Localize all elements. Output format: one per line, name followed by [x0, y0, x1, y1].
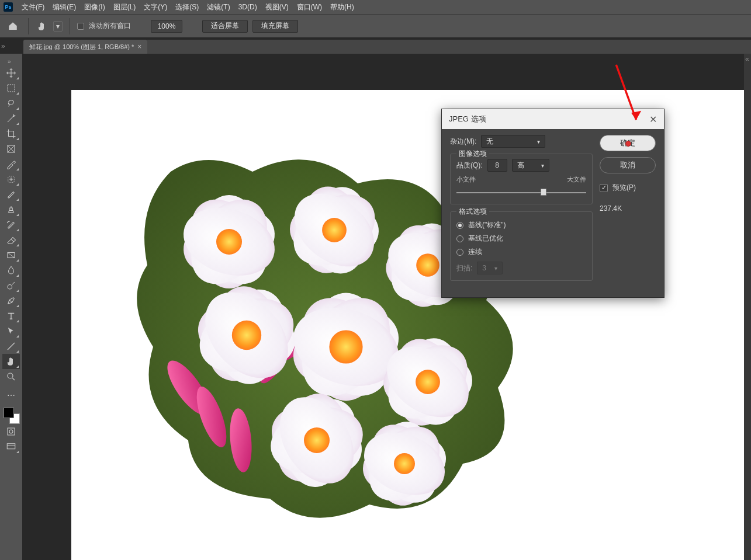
radio-label: 连续 [468, 247, 482, 257]
menu-3d[interactable]: 3D(D) [234, 0, 261, 14]
crop-tool[interactable] [2, 126, 20, 141]
document-tab[interactable]: 鲜花.jpg @ 100% (图层 1, RGB/8#) * × [23, 40, 147, 54]
menu-filter[interactable]: 滤镜(T) [203, 0, 234, 14]
svg-point-49 [416, 370, 440, 394]
gradient-tool[interactable] [2, 248, 20, 263]
svg-point-61 [394, 453, 415, 474]
svg-point-5 [8, 373, 13, 378]
dialog-titlebar[interactable]: JPEG 选项 ✕ [442, 109, 664, 129]
format-options-group: 格式选项 基线("标准") 基线已优化 连续 扫描: 3 [450, 211, 593, 281]
tool-preset-dropdown[interactable]: ▾ [53, 21, 63, 32]
chevron-down-icon: ▾ [494, 265, 497, 272]
blur-tool[interactable] [2, 263, 20, 278]
quick-mask-icon[interactable] [2, 424, 20, 439]
menu-window[interactable]: 窗口(W) [293, 0, 326, 14]
chevron-down-icon: ▾ [541, 162, 544, 169]
zoom-input[interactable]: 100% [151, 20, 182, 33]
image-options-group: 图像选项 品质(Q): 8 高 ▾ 小文件 大文件 [450, 154, 593, 204]
radio-icon [456, 222, 463, 229]
menu-image[interactable]: 图像(I) [80, 0, 109, 14]
close-icon[interactable]: ✕ [649, 114, 657, 125]
line-tool[interactable] [2, 339, 20, 354]
color-swatches[interactable] [2, 406, 20, 424]
matte-label: 杂边(M): [450, 137, 476, 147]
dialog-title-text: JPEG 选项 [449, 114, 486, 124]
radio-progressive[interactable]: 连续 [456, 247, 586, 257]
matte-select[interactable]: 无 ▾ [481, 135, 545, 148]
scans-row: 扫描: 3 ▾ [456, 262, 586, 274]
ok-button[interactable]: 确定 [600, 135, 656, 151]
hand-tool-icon [36, 20, 49, 33]
pen-tool[interactable] [2, 293, 20, 308]
type-tool[interactable] [2, 308, 20, 324]
svg-point-4 [8, 285, 12, 290]
radio-label: 基线已优化 [468, 234, 503, 244]
eraser-tool[interactable] [2, 232, 20, 248]
large-file-label: 大文件 [567, 175, 586, 184]
radio-label: 基线("标准") [468, 220, 506, 230]
foreground-color-swatch[interactable] [4, 408, 14, 418]
menu-type[interactable]: 文字(Y) [140, 0, 171, 14]
quality-label: 品质(Q): [456, 161, 483, 171]
toolbar-collapse-icon[interactable]: » [1, 42, 6, 54]
svg-point-55 [304, 427, 330, 453]
scans-label: 扫描: [456, 263, 472, 273]
menu-view[interactable]: 视图(V) [261, 0, 293, 14]
home-icon[interactable] [5, 18, 21, 34]
fit-screen-button[interactable]: 适合屏幕 [202, 20, 248, 33]
panel-dock-collapsed[interactable] [744, 54, 751, 560]
quality-preset-select[interactable]: 高 ▾ [512, 159, 549, 172]
svg-rect-0 [8, 85, 15, 92]
radio-icon [456, 249, 463, 256]
preview-checkbox[interactable] [600, 184, 608, 192]
radio-baseline-standard[interactable]: 基线("标准") [456, 220, 586, 230]
quality-slider[interactable] [456, 187, 586, 198]
menu-select[interactable]: 选择(S) [171, 0, 203, 14]
separator [70, 18, 70, 34]
tab-strip-bg [147, 40, 751, 54]
fill-screen-button[interactable]: 填充屏幕 [252, 20, 298, 33]
svg-point-25 [322, 218, 347, 242]
svg-rect-8 [7, 444, 15, 449]
eyedropper-tool[interactable] [2, 156, 20, 172]
scans-select: 3 ▾ [477, 262, 503, 274]
tool-collapse-icon[interactable]: » [8, 58, 15, 63]
path-selection-tool[interactable] [2, 324, 20, 339]
radio-baseline-optimized[interactable]: 基线已优化 [456, 234, 586, 244]
clone-stamp-tool[interactable] [2, 202, 20, 217]
preview-label: 预览(P) [612, 183, 636, 193]
move-tool[interactable] [2, 65, 20, 81]
brush-tool[interactable] [2, 187, 20, 202]
lasso-tool[interactable] [2, 96, 20, 111]
quality-input[interactable]: 8 [487, 159, 507, 172]
svg-point-19 [216, 229, 242, 255]
dodge-tool[interactable] [2, 278, 20, 293]
healing-brush-tool[interactable] [2, 172, 20, 187]
quality-preset-value: 高 [517, 161, 524, 171]
zoom-tool[interactable] [2, 369, 20, 384]
frame-tool[interactable] [2, 141, 20, 156]
menu-file[interactable]: 文件(F) [18, 0, 49, 14]
filesize-text: 237.4K [600, 204, 656, 213]
edit-toolbar-icon[interactable]: ⋯ [2, 388, 20, 403]
menu-layer[interactable]: 图层(L) [109, 0, 140, 14]
history-brush-tool[interactable] [2, 217, 20, 232]
document-tab-strip: 鲜花.jpg @ 100% (图层 1, RGB/8#) * × [0, 37, 751, 54]
svg-point-43 [329, 330, 362, 363]
hand-tool[interactable] [2, 354, 20, 369]
close-tab-icon[interactable]: × [137, 43, 141, 51]
scroll-all-windows-checkbox[interactable] [77, 23, 84, 30]
separator [28, 18, 29, 34]
svg-rect-6 [8, 428, 15, 435]
cancel-button[interactable]: 取消 [600, 157, 656, 173]
scroll-all-windows-label: 滚动所有窗口 [89, 21, 131, 31]
app-icon: Ps [4, 2, 13, 12]
small-file-label: 小文件 [456, 175, 476, 184]
menu-edit[interactable]: 编辑(E) [49, 0, 80, 14]
menu-help[interactable]: 帮助(H) [326, 0, 358, 14]
screen-mode-icon[interactable] [2, 439, 20, 454]
svg-point-31 [416, 253, 439, 277]
marquee-tool[interactable] [2, 81, 20, 96]
magic-wand-tool[interactable] [2, 111, 20, 126]
svg-point-37 [232, 321, 261, 350]
